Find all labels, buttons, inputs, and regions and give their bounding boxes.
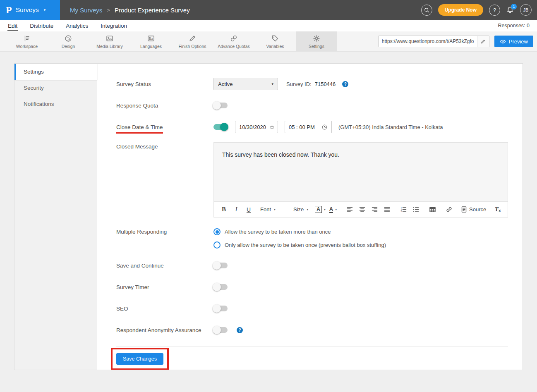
sidebar-item-notifications[interactable]: Notifications: [14, 96, 97, 112]
radio-option-label: Allow the survey to be taken more than o…: [225, 229, 331, 235]
closed-message-label: Closed Message: [116, 142, 213, 150]
upgrade-now-button[interactable]: Upgrade Now: [438, 4, 483, 16]
survey-status-select[interactable]: Active ▾: [213, 78, 278, 90]
remove-format-icon: T: [495, 206, 499, 213]
ribbon-item-label: Settings: [309, 44, 324, 49]
finish-options-icon: [188, 34, 197, 43]
search-button[interactable]: [421, 5, 432, 16]
page-body: Settings Security Notifications Survey S…: [0, 52, 537, 370]
anonymity-help-icon[interactable]: ?: [237, 327, 243, 333]
edit-url-button[interactable]: [477, 36, 489, 47]
ribbon-item-label: Advance Quotas: [218, 44, 250, 49]
ribbon-item-languages[interactable]: A Languages: [130, 31, 172, 51]
preview-button[interactable]: Preview: [494, 36, 533, 47]
seo-row: SEO: [116, 302, 508, 315]
multiple-responding-label: Multiple Responding: [116, 227, 213, 235]
tab-edit[interactable]: Edit: [7, 21, 18, 31]
sidebar-item-security[interactable]: Security: [14, 80, 97, 96]
settings-sidebar: Settings Security Notifications: [14, 64, 97, 370]
product-switcher[interactable]: P Surveys ▾: [0, 0, 60, 20]
ribbon-item-label: Media Library: [96, 44, 123, 49]
save-changes-button[interactable]: Save Changes: [116, 353, 163, 365]
ribbon-item-label: Finish Options: [178, 44, 206, 49]
notification-badge: 1: [511, 4, 517, 10]
topbar-actions: Upgrade Now ? 1 JB: [421, 4, 537, 16]
tab-analytics[interactable]: Analytics: [65, 21, 89, 31]
survey-id-help-icon[interactable]: ?: [342, 81, 348, 87]
sidebar-item-settings[interactable]: Settings: [14, 64, 97, 80]
question-mark-icon: ?: [493, 7, 496, 13]
languages-icon: A: [147, 34, 155, 43]
radio-button[interactable]: [213, 241, 221, 249]
ribbon-item-workspace[interactable]: Workspace: [6, 31, 48, 51]
ribbon-item-settings[interactable]: Settings: [296, 31, 337, 51]
response-quota-toggle[interactable]: [213, 103, 228, 108]
closed-message-text[interactable]: This survey has been closed now. Thank y…: [214, 143, 508, 201]
seo-toggle[interactable]: [213, 306, 228, 311]
settings-card: Settings Security Notifications Survey S…: [14, 63, 523, 370]
survey-status-value: Active: [218, 81, 233, 87]
remove-format-button[interactable]: Tx: [493, 205, 503, 215]
align-justify-button[interactable]: [382, 205, 392, 215]
survey-timer-toggle[interactable]: [213, 284, 228, 290]
tab-distribute[interactable]: Distribute: [29, 21, 54, 31]
annotation-underline: Close Date & Time: [116, 124, 163, 134]
close-time-input[interactable]: 05 : 00 PM: [285, 121, 332, 133]
survey-timer-label: Survey Timer: [116, 284, 213, 290]
background-color-button[interactable]: A ▾: [315, 205, 326, 215]
source-icon: [460, 206, 467, 213]
insert-link-button[interactable]: [444, 205, 454, 215]
main-nav: Edit Distribute Analytics Integration Re…: [0, 20, 537, 31]
close-date-time-toggle[interactable]: [213, 124, 228, 130]
survey-timer-row: Survey Timer: [116, 281, 508, 293]
ribbon-item-variables[interactable]: Variables: [254, 31, 296, 51]
search-icon: [424, 7, 430, 13]
radio-option-multiple[interactable]: Allow the survey to be taken more than o…: [213, 228, 386, 235]
close-date-time-label: Close Date & Time: [116, 124, 213, 130]
font-select[interactable]: Font ▾: [260, 205, 287, 215]
bold-button[interactable]: B: [219, 205, 229, 215]
numbered-list-icon: 123: [400, 206, 407, 213]
align-left-button[interactable]: [345, 205, 355, 215]
anonymity-toggle[interactable]: [213, 327, 228, 333]
save-and-continue-label: Save and Continue: [116, 263, 213, 269]
close-date-input[interactable]: 10/30/2020: [235, 121, 278, 133]
toggle-knob: [213, 304, 221, 313]
form-divider: [116, 347, 508, 347]
avatar[interactable]: JB: [520, 4, 532, 16]
notifications-button[interactable]: 1: [506, 6, 514, 14]
radio-option-once[interactable]: Only allow the survey to be taken once (…: [213, 241, 386, 249]
ribbon-item-advance-quotas[interactable]: Advance Quotas: [213, 31, 254, 51]
numbered-list-button[interactable]: 123: [398, 205, 408, 215]
ribbon-item-label: Languages: [140, 44, 162, 49]
settings-icon: [312, 34, 321, 43]
align-right-button[interactable]: [369, 205, 379, 215]
breadcrumb-my-surveys[interactable]: My Surveys: [70, 7, 102, 14]
pencil-icon: [480, 39, 486, 44]
product-label: Surveys: [16, 6, 39, 14]
align-center-button[interactable]: [357, 205, 367, 215]
advance-quotas-icon: [230, 34, 238, 43]
share-url-input[interactable]: [379, 36, 477, 47]
survey-status-label: Survey Status: [116, 81, 213, 87]
ribbon-item-label: Workspace: [16, 44, 38, 49]
insert-table-button[interactable]: [427, 205, 437, 215]
ribbon-item-media-library[interactable]: Media Library: [89, 31, 130, 51]
help-button[interactable]: ?: [489, 5, 500, 16]
underline-button[interactable]: U: [244, 205, 254, 215]
save-and-continue-toggle[interactable]: [213, 263, 228, 268]
radio-button[interactable]: [213, 228, 221, 235]
italic-button[interactable]: I: [231, 205, 241, 215]
svg-text:A: A: [151, 37, 153, 41]
ribbon-item-finish-options[interactable]: Finish Options: [172, 31, 213, 51]
bulleted-list-button[interactable]: [411, 205, 421, 215]
toggle-knob: [213, 326, 221, 334]
size-select[interactable]: Size ▾: [293, 205, 308, 215]
remove-format-icon-sub: x: [499, 208, 501, 213]
text-color-button[interactable]: A ▾: [328, 205, 338, 215]
source-button[interactable]: Source: [460, 205, 486, 215]
media-library-icon: [105, 34, 114, 43]
ribbon-item-design[interactable]: Design: [48, 31, 89, 51]
multiple-responding-row: Multiple Responding Allow the survey to …: [116, 227, 508, 249]
tab-integration[interactable]: Integration: [100, 21, 127, 31]
